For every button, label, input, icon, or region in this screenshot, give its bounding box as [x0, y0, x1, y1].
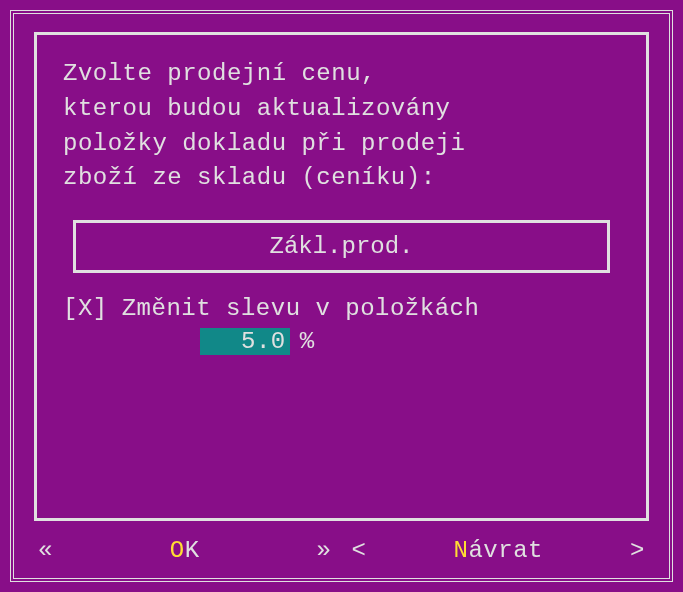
ok-button[interactable]: « OK »: [38, 537, 332, 564]
prompt-text: Zvolte prodejní cenu, kterou budou aktua…: [63, 57, 620, 196]
dialog-frame: Zvolte prodejní cenu, kterou budou aktua…: [10, 10, 673, 582]
discount-checkbox-row: [X] Změnit slevu v položkách 5.0 %: [63, 295, 620, 355]
discount-checkbox-content: Změnit slevu v položkách 5.0 %: [122, 295, 480, 355]
price-select-value: Zákl.prod.: [269, 233, 413, 260]
chevron-left-double-icon: «: [38, 537, 53, 564]
chevron-left-icon: <: [352, 537, 367, 564]
chevron-right-icon: >: [630, 537, 645, 564]
discount-input[interactable]: 5.0: [200, 328, 290, 355]
dialog-content: Zvolte prodejní cenu, kterou budou aktua…: [34, 32, 649, 521]
ok-button-label: OK: [170, 537, 200, 564]
chevron-right-double-icon: »: [317, 537, 332, 564]
return-button[interactable]: < Návrat >: [352, 537, 646, 564]
return-button-label: Návrat: [454, 537, 543, 564]
button-bar: « OK » < Návrat >: [34, 531, 649, 566]
discount-checkbox[interactable]: [X]: [63, 295, 108, 322]
discount-line: 5.0 %: [122, 328, 480, 355]
discount-checkbox-label: Změnit slevu v položkách: [122, 295, 480, 322]
discount-unit: %: [300, 328, 315, 355]
price-select[interactable]: Zákl.prod.: [73, 220, 610, 273]
